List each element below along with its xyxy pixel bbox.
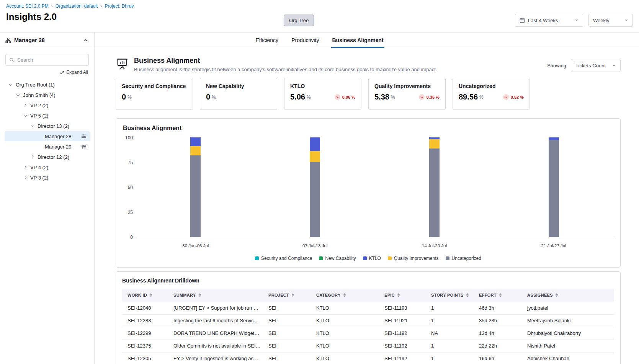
stat-card-value: 5.06 [290,93,305,101]
table-row[interactable]: SEI-12375Older Commits is not available … [122,340,614,352]
legend-item-ktlo[interactable]: KTLO [363,256,381,261]
delta-value: 0.35 % [427,95,440,100]
tree-item-manager-29[interactable]: Manager 29 [5,142,90,152]
column-header-assignees[interactable]: ASSIGNEES [523,289,614,302]
column-header-label: WORK ID [127,293,147,297]
tree-chevron-icon[interactable] [22,113,28,119]
page-title: Insights 2.0 [6,11,57,22]
tree-chevron-icon[interactable] [29,154,36,160]
sliders-icon[interactable] [81,134,87,139]
table-body: SEI-12040[URGENT] EY > Support for job r… [122,302,614,364]
tree-chevron-icon[interactable] [29,123,36,129]
column-header-inner: PROJECT [268,293,309,297]
tree-item-org-tree-root-1[interactable]: Org Tree Root (1) [5,80,90,90]
legend-item-security-and-compliance[interactable]: Security and Compliance [255,256,312,261]
tree-item-label: VP 4 (2) [30,165,48,170]
legend-item-uncategorized[interactable]: Uncategorized [446,256,481,261]
tree-item-label: Manager 29 [45,144,71,150]
legend-label: Quality Improvements [394,256,439,261]
table-row[interactable]: SEI-12299DORA TREND LINE GRAPH Widgets i… [122,327,614,340]
legend-item-new-capability[interactable]: New Capability [319,256,356,261]
stat-card-unit: % [391,95,395,100]
tree-chevron-icon[interactable] [22,102,28,108]
main-panel: EfficiencyProductivityBusiness Alignment… [95,33,639,364]
tree-item-vp-5-2[interactable]: VP 5 (2) [5,111,90,121]
sliders-icon[interactable] [81,144,87,149]
stacked-bar[interactable] [549,137,559,237]
tree-item-vp-4-2[interactable]: VP 4 (2) [5,162,90,172]
column-header-category[interactable]: CATEGORY [312,289,381,302]
expand-all-label: Expand All [66,70,88,75]
collapse-sidebar-icon[interactable] [82,37,89,44]
tree-chevron-icon[interactable] [8,82,14,88]
legend-label: KTLO [369,256,381,261]
bar-segment-quality-improvements [190,146,201,155]
showing-dropdown[interactable]: Tickets Count [571,59,621,72]
granularity-value: Weekly [593,18,609,23]
chart-legend: Security and ComplianceNew CapabilityKTL… [123,256,613,261]
table-cell-assignees: jyoti.patel [523,302,614,314]
granularity-dropdown[interactable]: Weekly [588,14,633,27]
table-cell-category: KTLO [312,302,381,314]
tabs-bar: EfficiencyProductivityBusiness Alignment [95,33,639,48]
bar-segment-uncategorized [429,149,440,237]
x-axis-label: 30 Jun-06 Jul [136,243,255,248]
chart-plot [136,138,613,237]
y-tick-label: 25 [128,210,133,215]
tab-efficiency[interactable]: Efficiency [255,33,279,48]
stacked-bar[interactable] [190,137,201,237]
column-header-inner: EPIC [384,293,423,297]
column-header-epic[interactable]: EPIC [381,289,427,302]
search-input[interactable] [5,54,89,66]
tree-chevron-icon[interactable] [22,175,28,181]
tree-item-john-smith-4[interactable]: John Smith (4) [5,90,90,100]
stat-card-security-and-compliance: Security and Compliance0% [116,78,193,110]
sidebar-header: Manager 28 [0,33,94,48]
tree-item-vp-3-2[interactable]: VP 3 (2) [5,173,90,183]
org-tree-button[interactable]: Org Tree [284,15,314,26]
stacked-bar[interactable] [310,137,320,237]
tree-item-vp-2-2[interactable]: VP 2 (2) [5,100,90,110]
column-header-inner: STORY POINTS [431,293,471,297]
stacked-bar[interactable] [429,137,440,237]
date-range-dropdown[interactable]: Last 4 Weeks [515,14,583,27]
hierarchy-icon [5,38,11,43]
table-row[interactable]: SEI-12040[URGENT] EY > Support for job r… [122,302,614,314]
tree-item-director-13-2[interactable]: Director 13 (2) [5,121,90,131]
bar-segment-uncategorized [310,162,320,237]
tree-chevron-icon[interactable] [22,164,28,170]
legend-item-quality-improvements[interactable]: Quality Improvements [388,256,439,261]
sort-icon [199,293,201,297]
breadcrumb-link[interactable]: Project: Dhruv [105,3,134,9]
drilldown-table: WORK IDSUMMARYPROJECTCATEGORYEPICSTORY P… [122,289,614,364]
tab-business-alignment[interactable]: Business Alignment [331,33,384,48]
breadcrumb-link[interactable]: Account: SEI 2.0 PM [6,3,49,9]
bar-column-4 [494,138,613,237]
section-title-block: Business Alignment Business alignment is… [134,57,437,72]
table-row[interactable]: SEI-12305EY > Verify if ingestion is wor… [122,352,614,364]
showing-value: Tickets Count [575,63,606,69]
column-header-project[interactable]: PROJECT [265,289,312,302]
sort-icon [499,293,502,297]
table-cell-category: KTLO [312,352,381,364]
tree-item-director-12-2[interactable]: Director 12 (2) [5,152,90,162]
tab-productivity[interactable]: Productivity [291,33,320,48]
breadcrumb-link[interactable]: Organization: default [56,3,98,9]
column-header-effort[interactable]: EFFORT [475,289,523,302]
table-cell-effort: 22d 22h [475,340,523,352]
stat-card-title: Security and Compliance [122,83,187,89]
column-header-summary[interactable]: SUMMARY [170,289,265,302]
tree-chevron-icon[interactable] [15,92,21,98]
column-header-story-points[interactable]: STORY POINTS [427,289,475,302]
delta-badge: ↘0.35 % [419,94,440,100]
tree-item-label: John Smith (4) [23,92,56,98]
column-header-work-id[interactable]: WORK ID [122,289,170,302]
stat-card-title: New Capability [206,83,271,89]
tree-item-manager-28[interactable]: Manager 28 [5,131,90,141]
table-row[interactable]: SEI-12288Ingesting the last 6 months of … [122,314,614,327]
tree-item-label: Director 12 (2) [38,154,69,160]
sort-icon [397,293,400,297]
stat-card-title: Quality Improvements [374,83,440,89]
bar-segment-quality-improvements [429,139,440,148]
expand-all-button[interactable]: Expand All [0,67,94,78]
